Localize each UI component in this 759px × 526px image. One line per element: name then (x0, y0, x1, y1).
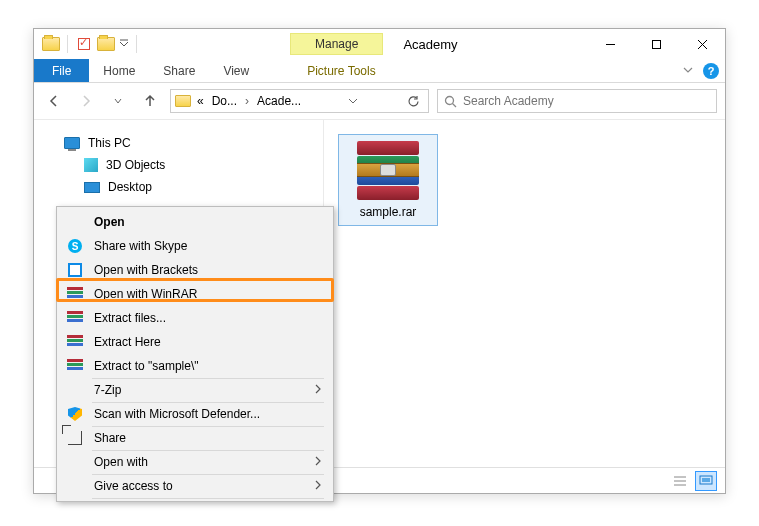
address-bar[interactable]: « Do... › Acade... (170, 89, 429, 113)
manage-label: Manage (290, 33, 383, 55)
details-view-button[interactable] (669, 471, 691, 491)
cm-open-with[interactable]: Open with (60, 450, 330, 474)
contextual-tab-group: Manage (290, 33, 383, 55)
window-title: Academy (403, 37, 457, 52)
forward-button[interactable] (74, 89, 98, 113)
svg-rect-11 (702, 478, 710, 482)
cm-share[interactable]: Share (60, 426, 330, 450)
rar-archive-icon (357, 141, 419, 199)
separator (136, 35, 137, 53)
submenu-arrow-icon (314, 384, 322, 396)
cm-open[interactable]: Open (60, 210, 330, 234)
breadcrumb-sep: « (195, 94, 206, 108)
window-controls (587, 29, 725, 59)
cm-7zip[interactable]: 7-Zip (60, 378, 330, 402)
title-bar: Manage Academy (34, 29, 725, 59)
svg-point-5 (446, 96, 454, 104)
back-button[interactable] (42, 89, 66, 113)
submenu-arrow-icon (314, 480, 322, 492)
breadcrumb-item[interactable]: Do... (210, 94, 239, 108)
new-folder-icon[interactable] (97, 35, 115, 53)
svg-line-6 (453, 103, 457, 107)
file-item-sample-rar[interactable]: sample.rar (338, 134, 438, 226)
submenu-arrow-icon (314, 456, 322, 468)
folder-icon (175, 95, 191, 107)
cm-open-brackets[interactable]: Open with Brackets (60, 258, 330, 282)
qat-dropdown-icon[interactable] (119, 39, 129, 49)
ribbon-tabs: File Home Share View Picture Tools ? (34, 59, 725, 83)
search-input[interactable] (463, 94, 710, 108)
tab-share[interactable]: Share (149, 59, 209, 82)
cm-extract-here[interactable]: Extract Here (60, 330, 330, 354)
recent-dropdown-icon[interactable] (106, 89, 130, 113)
tree-item-desktop[interactable]: Desktop (52, 176, 323, 198)
content-pane[interactable]: sample.rar (324, 120, 725, 467)
separator (67, 35, 68, 53)
winrar-icon (66, 333, 84, 351)
tree-item-this-pc[interactable]: This PC (52, 132, 323, 154)
cm-open-winrar[interactable]: Open with WinRAR (60, 282, 330, 306)
cube-icon (84, 158, 98, 172)
winrar-icon (66, 357, 84, 375)
tree-label: This PC (88, 136, 131, 150)
pc-icon (64, 137, 80, 149)
minimize-button[interactable] (587, 29, 633, 59)
properties-icon[interactable] (75, 35, 93, 53)
help-icon[interactable]: ? (703, 63, 719, 79)
context-menu: Open S Share with Skype Open with Bracke… (56, 206, 334, 502)
tab-file[interactable]: File (34, 59, 89, 82)
titlebar-center: Manage Academy (140, 33, 587, 55)
defender-shield-icon (66, 405, 84, 423)
cm-give-access[interactable]: Give access to (60, 474, 330, 498)
brackets-icon (66, 261, 84, 279)
close-button[interactable] (679, 29, 725, 59)
cm-extract-files[interactable]: Extract files... (60, 306, 330, 330)
blank-icon (66, 381, 84, 399)
breadcrumb-item[interactable]: Acade... (255, 94, 303, 108)
tree-label: Desktop (108, 180, 152, 194)
share-icon (66, 429, 84, 447)
blank-icon (66, 453, 84, 471)
search-icon (444, 95, 457, 108)
maximize-button[interactable] (633, 29, 679, 59)
cm-extract-to[interactable]: Extract to "sample\" (60, 354, 330, 378)
address-dropdown-icon[interactable] (342, 90, 364, 112)
search-box[interactable] (437, 89, 717, 113)
navigation-bar: « Do... › Acade... (34, 83, 725, 119)
blank-icon (66, 213, 84, 231)
winrar-icon (66, 285, 84, 303)
blank-icon (66, 477, 84, 495)
cm-defender[interactable]: Scan with Microsoft Defender... (60, 402, 330, 426)
svg-rect-2 (652, 40, 660, 48)
tab-picture-tools[interactable]: Picture Tools (293, 59, 389, 82)
tree-item-3d-objects[interactable]: 3D Objects (52, 154, 323, 176)
chevron-right-icon[interactable]: › (243, 94, 251, 108)
cm-share-skype[interactable]: S Share with Skype (60, 234, 330, 258)
tab-view[interactable]: View (209, 59, 263, 82)
large-icons-view-button[interactable] (695, 471, 717, 491)
desktop-icon (84, 182, 100, 193)
winrar-icon (66, 309, 84, 327)
quick-access-toolbar (34, 35, 140, 53)
file-label: sample.rar (360, 205, 417, 219)
up-button[interactable] (138, 89, 162, 113)
ribbon-expand-icon[interactable] (683, 64, 693, 78)
folder-icon (42, 35, 60, 53)
refresh-icon[interactable] (402, 90, 424, 112)
tab-home[interactable]: Home (89, 59, 149, 82)
skype-icon: S (66, 237, 84, 255)
tree-label: 3D Objects (106, 158, 165, 172)
